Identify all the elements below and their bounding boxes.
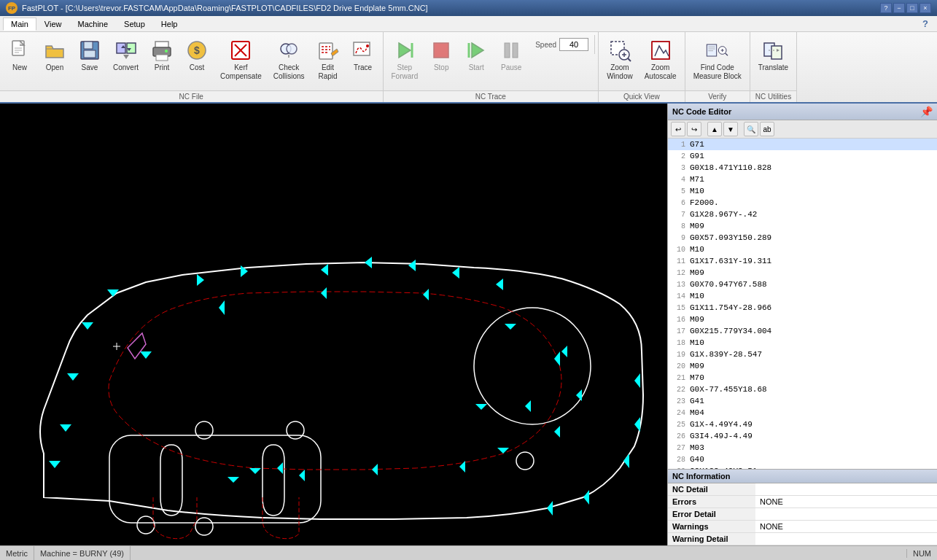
title-controls[interactable]: ? − □ × (880, 3, 931, 13)
nc-code-row[interactable]: 27M03 (668, 442, 937, 454)
nc-up-btn[interactable]: ▲ (707, 122, 722, 136)
kerf-button[interactable]: Kerf Compensate (215, 35, 267, 85)
nc-line-num: 17 (669, 327, 690, 335)
nc-code-row[interactable]: 1G71 (668, 139, 937, 150)
status-bar: Metric Machine = BURNY (49) NUM (0, 545, 937, 560)
nc-info-value-errors: NONE (755, 496, 937, 508)
nc-redo-btn[interactable]: ↪ (687, 122, 701, 136)
nc-line-code: M09 (690, 362, 704, 370)
trace-button[interactable]: Trace (346, 35, 380, 76)
nc-line-code: G0X215.779Y34.004 (690, 327, 771, 335)
nc-code-row[interactable]: 3G0X18.471Y110.828 (668, 162, 937, 174)
nc-line-num: 28 (669, 456, 690, 464)
menu-tab-help[interactable]: Help (153, 18, 186, 31)
nc-code-row[interactable]: 21M70 (668, 372, 937, 384)
nc-code-row[interactable]: 26G3I4.49J-4.49 (668, 430, 937, 442)
nc-code-row[interactable]: 24M04 (668, 407, 937, 419)
svg-rect-32 (505, 43, 510, 58)
zoom-autoscale-button[interactable]: Zoom Autoscale (639, 35, 682, 85)
stop-button[interactable]: Stop (424, 35, 458, 76)
svg-rect-40 (707, 44, 716, 56)
help-icon[interactable]: ? (917, 18, 934, 29)
nc-code-row[interactable]: 14M10 (668, 290, 937, 302)
new-button[interactable]: New (3, 35, 36, 76)
svg-rect-5 (84, 42, 93, 49)
step-forward-button[interactable]: Step Forward (386, 35, 424, 85)
menu-tab-setup[interactable]: Setup (116, 18, 153, 31)
nc-code-row[interactable]: 10M10 (668, 244, 937, 255)
nc-line-num: 4 (669, 176, 690, 184)
nc-code-row[interactable]: 15G1X11.754Y-28.966 (668, 302, 937, 314)
nc-line-code: G1X28.967Y-.42 (690, 210, 757, 219)
nc-replace-btn[interactable]: ab (760, 122, 774, 136)
edit-rapid-button[interactable]: Edit Rapid (311, 35, 345, 85)
zoom-window-icon (608, 39, 631, 62)
convert-button[interactable]: Convert (108, 35, 144, 76)
nc-editor-pin[interactable]: 📌 (920, 106, 933, 117)
speed-group: Speed (529, 35, 595, 54)
nc-code-row[interactable]: 20M09 (668, 360, 937, 372)
title-minimize-btn[interactable]: − (893, 3, 905, 13)
save-label: Save (82, 63, 98, 72)
nc-undo-btn[interactable]: ↩ (671, 122, 685, 136)
kerf-icon (229, 39, 252, 62)
pause-icon (499, 39, 523, 62)
nc-code-row[interactable]: 28G40 (668, 454, 937, 465)
nc-code-row[interactable]: 16M09 (668, 314, 937, 325)
save-button[interactable]: Save (73, 35, 106, 76)
ribbon-group-ncutilities: Translate NC Utilities (750, 32, 797, 102)
zoom-autoscale-label: Zoom Autoscale (645, 63, 677, 81)
nc-code-row[interactable]: 19G1X.839Y-28.547 (668, 349, 937, 360)
nc-code-row[interactable]: 11G1X17.631Y-19.311 (668, 255, 937, 267)
canvas-area[interactable] (0, 104, 667, 545)
nc-code-row[interactable]: 7G1X28.967Y-.42 (668, 209, 937, 220)
nc-code-row[interactable]: 4M71 (668, 174, 937, 185)
nc-code-row[interactable]: 12M09 (668, 267, 937, 279)
translate-button[interactable]: Translate (753, 35, 793, 76)
print-button[interactable]: Print (145, 35, 179, 76)
stop-icon (429, 39, 453, 62)
start-button[interactable]: Start (459, 35, 493, 76)
title-help-btn[interactable]: ? (880, 3, 892, 13)
find-code-button[interactable]: Find Code Measure Block (688, 35, 747, 85)
nc-line-num: 9 (669, 234, 690, 242)
quick-view-label: Quick View (599, 90, 685, 102)
find-code-icon (700, 39, 735, 62)
nc-line-num: 11 (669, 257, 690, 265)
nc-code-row[interactable]: 9G0X57.093Y150.289 (668, 232, 937, 244)
new-label: New (12, 63, 27, 72)
nc-code-row[interactable]: 13G0X70.947Y67.588 (668, 279, 937, 290)
title-restore-btn[interactable]: □ (906, 3, 918, 13)
nc-code-list[interactable]: 1G712G913G0X18.471Y110.8284M715M106F2000… (668, 139, 937, 469)
menu-bar: Main View Machine Setup Help ? (0, 16, 937, 32)
zoom-window-button[interactable]: Zoom Window (602, 35, 638, 85)
open-button[interactable]: Open (38, 35, 71, 76)
nc-info-value-warning-detail (755, 533, 937, 545)
title-close-btn[interactable]: × (919, 3, 931, 13)
nc-code-row[interactable]: 23G41 (668, 395, 937, 407)
open-icon (43, 39, 66, 62)
check-button[interactable]: Check Collisions (268, 35, 310, 85)
nc-line-code: G0X18.471Y110.828 (690, 163, 771, 172)
menu-tab-main[interactable]: Main (3, 18, 36, 31)
cost-button[interactable]: $ Cost (180, 35, 214, 76)
nc-line-num: 16 (669, 316, 690, 324)
menu-tab-machine[interactable]: Machine (70, 18, 117, 31)
nc-down-btn[interactable]: ▼ (723, 122, 738, 136)
ribbon: New Open (0, 32, 937, 104)
speed-input[interactable] (559, 38, 588, 51)
nc-code-row[interactable]: 5M10 (668, 185, 937, 197)
nc-code-row[interactable]: 18M10 (668, 337, 937, 349)
nc-search-btn[interactable]: 🔍 (744, 122, 758, 136)
nc-code-row[interactable]: 2G91 (668, 150, 937, 162)
nc-code-row[interactable]: 6F2000. (668, 197, 937, 209)
pause-button[interactable]: Pause (494, 35, 528, 76)
menu-tab-view[interactable]: View (36, 18, 70, 31)
ribbon-group-verify: Find Code Measure Block Verify (685, 32, 750, 102)
nc-code-row[interactable]: 17G0X215.779Y34.004 (668, 325, 937, 337)
nc-line-num: 15 (669, 304, 690, 312)
trace-icon (351, 39, 375, 62)
nc-code-row[interactable]: 8M09 (668, 220, 937, 232)
nc-code-row[interactable]: 22G0X-77.455Y18.68 (668, 384, 937, 395)
nc-code-row[interactable]: 25G1X-4.49Y4.49 (668, 419, 937, 430)
